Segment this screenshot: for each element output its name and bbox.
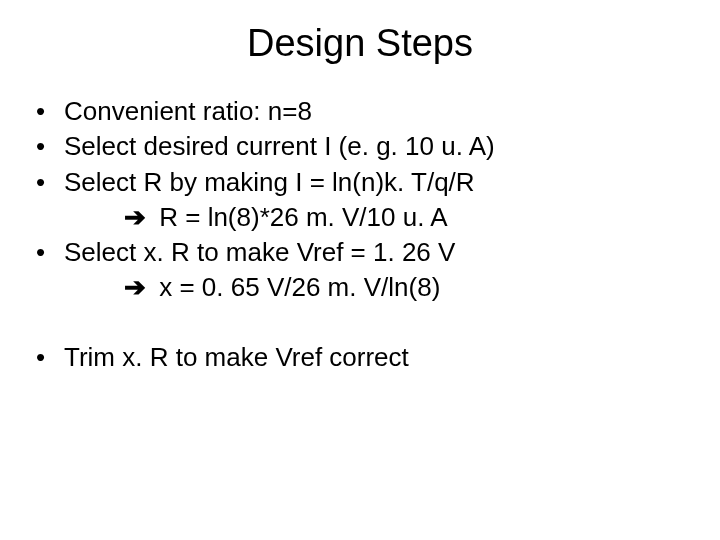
bullet-subline: ➔ x = 0. 65 V/26 m. V/ln(8) (34, 271, 680, 304)
bullet-item: • Select x. R to make Vref = 1. 26 V (34, 236, 680, 269)
bullet-text: Select R by making I = ln(n)k. T/q/R (64, 166, 680, 199)
arrow-icon: ➔ (124, 202, 152, 232)
bullet-dot: • (34, 166, 64, 199)
bullet-dot: • (34, 95, 64, 128)
slide: Design Steps • Convenient ratio: n=8 • S… (0, 0, 720, 540)
bullet-text: Select x. R to make Vref = 1. 26 V (64, 236, 680, 269)
slide-body: • Convenient ratio: n=8 • Select desired… (0, 95, 720, 374)
arrow-icon: ➔ (124, 272, 152, 302)
spacer (34, 307, 680, 341)
bullet-text: Convenient ratio: n=8 (64, 95, 680, 128)
bullet-item: • Trim x. R to make Vref correct (34, 341, 680, 374)
slide-title: Design Steps (0, 0, 720, 95)
bullet-dot: • (34, 130, 64, 163)
bullet-dot: • (34, 341, 64, 374)
bullet-text: Trim x. R to make Vref correct (64, 341, 680, 374)
bullet-text: Select desired current I (e. g. 10 u. A) (64, 130, 680, 163)
bullet-item: • Select desired current I (e. g. 10 u. … (34, 130, 680, 163)
bullet-dot: • (34, 236, 64, 269)
bullet-item: • Convenient ratio: n=8 (34, 95, 680, 128)
subline-text: R = ln(8)*26 m. V/10 u. A (152, 202, 448, 232)
bullet-subline: ➔ R = ln(8)*26 m. V/10 u. A (34, 201, 680, 234)
subline-text: x = 0. 65 V/26 m. V/ln(8) (152, 272, 440, 302)
bullet-item: • Select R by making I = ln(n)k. T/q/R (34, 166, 680, 199)
